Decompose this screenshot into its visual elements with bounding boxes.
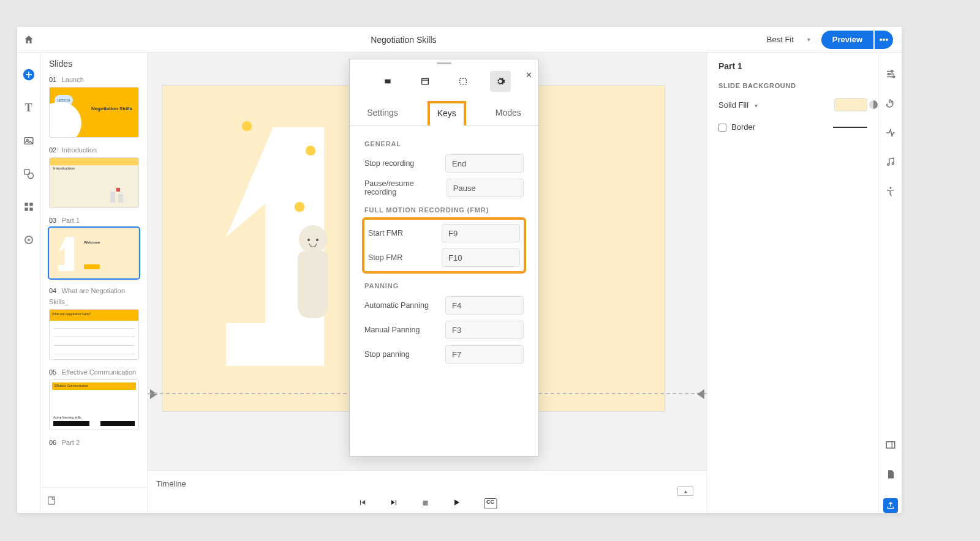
panel-icon[interactable] [885, 439, 896, 450]
touch-icon[interactable] [885, 98, 896, 109]
record-tool-icon[interactable] [23, 234, 35, 246]
tab-keys[interactable]: Keys [428, 101, 466, 125]
preview-button-group: Preview ••• [821, 31, 893, 49]
timeline-panel: Timeline CC ▴ [148, 470, 707, 513]
slide-number: 04 [49, 287, 56, 294]
home-icon[interactable] [17, 34, 40, 45]
svg-point-18 [889, 187, 891, 189]
key-input[interactable]: F7 [445, 345, 524, 364]
slide-thumbnail[interactable]: Effective Communication Active listening… [49, 379, 139, 430]
slide-item[interactable]: 03 Part 1 Welcome [49, 214, 138, 278]
slide-number: 01 [49, 76, 56, 83]
audio-icon[interactable] [885, 157, 896, 168]
svg-rect-11 [48, 497, 55, 504]
timeline-arrow-right-icon[interactable] [697, 389, 704, 399]
play-icon[interactable] [452, 498, 461, 509]
slide-thumbnail[interactable]: Introduction [49, 157, 139, 208]
svg-rect-2 [26, 74, 32, 75]
row-start-fmr: Start FMR F9 [368, 223, 520, 243]
properties-panel: Part 1 SLIDE BACKGROUND Solid Fill ▾ Bor… [707, 53, 878, 513]
add-icon[interactable] [23, 69, 35, 81]
stop-icon[interactable] [421, 498, 429, 509]
slide-number: 05 [49, 368, 56, 376]
border-style-swatch[interactable] [833, 127, 867, 128]
shape-tool-icon[interactable] [23, 168, 35, 180]
row-stop-panning: Stop panning F7 [364, 345, 524, 364]
props-title: Part 1 [718, 61, 867, 71]
row-manual-panning: Manual Panning F3 [364, 320, 524, 340]
tab-settings[interactable]: Settings [362, 108, 403, 125]
slide-name: Effective Communication [62, 368, 136, 376]
slides-footer [40, 487, 147, 513]
key-input[interactable]: F4 [445, 296, 524, 315]
preview-more-button[interactable]: ••• [875, 31, 893, 49]
panel-body: GENERAL Stop recording End Pause/resume … [350, 125, 538, 375]
gear-icon[interactable] [490, 71, 511, 92]
key-input[interactable]: Pause [447, 179, 524, 197]
row-pause-recording: Pause/resume recording Pause [364, 178, 524, 198]
fill-dropdown[interactable]: Solid Fill ▾ [718, 100, 758, 110]
preview-button[interactable]: Preview [821, 31, 873, 49]
skip-back-icon[interactable] [358, 498, 366, 509]
svg-rect-19 [886, 442, 895, 449]
svg-rect-21 [422, 78, 429, 84]
panel-drag-handle[interactable] [350, 59, 538, 67]
key-input[interactable]: F9 [442, 224, 520, 242]
key-input[interactable]: F3 [445, 321, 524, 339]
props-section-label: SLIDE BACKGROUND [718, 82, 867, 89]
slide-thumbnail[interactable]: What are Negotiation Skills? [49, 309, 139, 360]
slide-graphic [183, 97, 352, 390]
tab-modes[interactable]: Modes [491, 108, 526, 125]
page-icon[interactable] [886, 469, 895, 480]
fullscreen-icon[interactable] [377, 71, 398, 92]
image-tool-icon[interactable] [23, 135, 35, 147]
svg-point-13 [891, 70, 892, 72]
slide-item[interactable]: 05 Effective Communication Effective Com… [49, 366, 138, 430]
slide-item[interactable]: 01 Launch LESSON ?! Negotiation Skills [49, 73, 138, 138]
slide-number: 06 [49, 439, 56, 446]
slide-name: Launch [62, 76, 84, 83]
close-icon[interactable]: ✕ [526, 70, 532, 80]
svg-point-17 [892, 163, 894, 165]
cc-icon[interactable]: CC [484, 498, 497, 509]
text-tool-icon[interactable]: T [23, 102, 35, 114]
slide-thumbnail[interactable]: LESSON ?! Negotiation Skills [49, 87, 139, 138]
svg-point-14 [888, 73, 890, 75]
widgets-tool-icon[interactable] [23, 201, 35, 213]
timeline-expand-icon[interactable]: ▴ [677, 486, 693, 496]
slide-item[interactable]: 06 Part 2 [49, 436, 138, 447]
key-input[interactable]: F10 [442, 248, 520, 267]
slides-header: Slides [40, 53, 147, 71]
sliders-icon[interactable] [885, 69, 896, 80]
zoom-label: Best Fit [767, 35, 794, 44]
row-stop-fmr: Stop FMR F10 [368, 248, 520, 267]
step-forward-icon[interactable] [390, 498, 398, 509]
fill-swatch[interactable] [834, 98, 867, 111]
fill-row: Solid Fill ▾ [718, 98, 867, 111]
note-icon[interactable] [47, 496, 56, 506]
timeline-controls: CC [358, 498, 497, 509]
slide-item[interactable]: 02 Introduction Introduction [49, 144, 138, 208]
svg-rect-22 [459, 78, 466, 84]
timeline-arrow-left-icon[interactable] [150, 389, 157, 399]
chevron-down-icon: ▾ [807, 36, 810, 43]
slide-item[interactable]: 04 What are Negotiation Skills_ What are… [49, 285, 138, 360]
svg-point-6 [28, 173, 33, 179]
key-input[interactable]: End [445, 154, 524, 173]
region-icon[interactable] [453, 71, 473, 92]
svg-rect-12 [423, 501, 428, 506]
border-checkbox[interactable]: Border [718, 122, 755, 132]
effects-icon[interactable] [885, 127, 896, 138]
slide-number: 03 [49, 217, 56, 224]
left-toolstrip: T [17, 53, 40, 513]
window-icon[interactable] [415, 71, 435, 92]
share-icon[interactable] [883, 498, 898, 513]
zoom-dropdown[interactable]: Best Fit ▾ [767, 35, 810, 44]
timeline-label: Timeline [156, 479, 186, 488]
svg-rect-20 [385, 80, 391, 84]
svg-rect-7 [24, 203, 28, 206]
slides-list[interactable]: 01 Launch LESSON ?! Negotiation Skills 0… [40, 71, 147, 487]
section-fmr: FULL MOTION RECORDING (FMR) [364, 206, 524, 214]
slide-thumbnail[interactable]: Welcome [49, 228, 139, 278]
accessibility-icon[interactable] [885, 186, 896, 197]
